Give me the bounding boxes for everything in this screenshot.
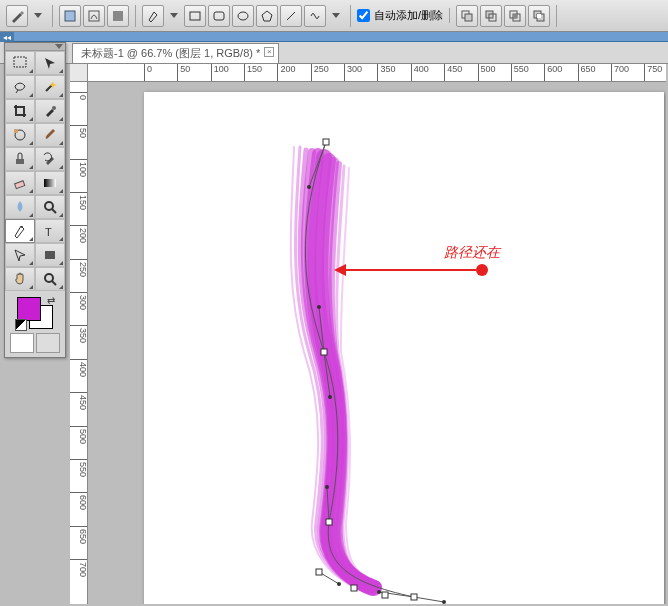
path-exclude-btn[interactable] bbox=[528, 5, 550, 27]
line-btn[interactable] bbox=[280, 5, 302, 27]
path-overlay[interactable] bbox=[144, 92, 664, 604]
path-intersect-btn[interactable] bbox=[504, 5, 526, 27]
ruler-tick: 650 bbox=[70, 526, 88, 544]
ruler-tick: 150 bbox=[70, 192, 88, 210]
ruler-tick: 550 bbox=[70, 459, 88, 477]
paths-btn[interactable] bbox=[83, 5, 105, 27]
polygon-btn[interactable] bbox=[256, 5, 278, 27]
swap-colors-icon[interactable]: ⇄ bbox=[47, 295, 55, 306]
annotation-arrow-icon bbox=[334, 264, 346, 276]
annotation-text: 路径还在 bbox=[444, 244, 500, 262]
svg-point-20 bbox=[52, 106, 56, 110]
foreground-color-swatch[interactable] bbox=[17, 297, 41, 321]
annotation-dot-icon bbox=[476, 264, 488, 276]
svg-point-5 bbox=[238, 12, 248, 20]
svg-rect-46 bbox=[411, 594, 417, 600]
pen-dropdown[interactable] bbox=[166, 13, 182, 18]
ruler-tick: 250 bbox=[70, 259, 88, 277]
path-subtract-btn[interactable] bbox=[480, 5, 502, 27]
workspace: 0501001502002503003504004505005506006507… bbox=[70, 64, 666, 604]
document-tab-title: 未标题-1 @ 66.7% (图层 1, RGB/8) * bbox=[81, 47, 260, 59]
ruler-tick: 450 bbox=[70, 392, 88, 410]
tool-preset-picker[interactable] bbox=[6, 5, 28, 27]
ruler-tick: 50 bbox=[70, 125, 88, 138]
ruler-tick: 500 bbox=[70, 426, 88, 444]
svg-rect-23 bbox=[16, 159, 24, 164]
svg-point-28 bbox=[21, 226, 23, 228]
tool-blur[interactable] bbox=[5, 195, 35, 219]
auto-add-delete-checkbox[interactable] bbox=[357, 9, 370, 22]
watermark: 系统之家 bbox=[588, 580, 660, 600]
svg-line-36 bbox=[327, 487, 329, 522]
canvas[interactable]: 路径还在 bbox=[144, 92, 664, 604]
tool-zoom[interactable] bbox=[35, 267, 65, 291]
quickmask-mode-btn[interactable] bbox=[36, 333, 60, 353]
tool-history-brush[interactable] bbox=[35, 147, 65, 171]
tool-pen[interactable] bbox=[5, 219, 35, 243]
tool-crop[interactable] bbox=[5, 99, 35, 123]
standard-mode-btn[interactable] bbox=[10, 333, 34, 353]
tool-magic-wand[interactable] bbox=[35, 75, 65, 99]
tool-hand[interactable] bbox=[5, 267, 35, 291]
close-tab-icon[interactable]: × bbox=[264, 47, 274, 57]
ellipse-btn[interactable] bbox=[232, 5, 254, 27]
svg-rect-44 bbox=[351, 585, 357, 591]
tool-clone-stamp[interactable] bbox=[5, 147, 35, 171]
svg-point-53 bbox=[337, 582, 341, 586]
annotation bbox=[334, 264, 488, 276]
svg-rect-22 bbox=[14, 129, 18, 133]
tool-rect-marquee[interactable] bbox=[5, 51, 35, 75]
document-tab[interactable]: 未标题-1 @ 66.7% (图层 1, RGB/8) * × bbox=[72, 43, 279, 63]
ruler-tick: 300 bbox=[344, 64, 362, 82]
pen-tool-btn[interactable] bbox=[142, 5, 164, 27]
tool-panel: T ⇄ bbox=[4, 42, 66, 358]
tool-move[interactable] bbox=[35, 51, 65, 75]
color-swatches: ⇄ bbox=[15, 295, 55, 331]
tool-shape[interactable] bbox=[35, 243, 65, 267]
tool-gradient[interactable] bbox=[35, 171, 65, 195]
panel-expand-strip[interactable]: ◂◂ bbox=[0, 32, 668, 42]
tool-dodge[interactable] bbox=[35, 195, 65, 219]
rect-shape-btn[interactable] bbox=[184, 5, 206, 27]
tool-lasso[interactable] bbox=[5, 75, 35, 99]
svg-line-7 bbox=[287, 12, 295, 20]
custom-shape-btn[interactable] bbox=[304, 5, 326, 27]
ruler-tick: 50 bbox=[177, 64, 190, 82]
ruler-tick: 400 bbox=[411, 64, 429, 82]
svg-rect-2 bbox=[113, 11, 123, 21]
svg-rect-4 bbox=[214, 12, 224, 20]
tool-spot-heal[interactable] bbox=[5, 123, 35, 147]
tool-eyedropper[interactable] bbox=[35, 99, 65, 123]
tool-type[interactable]: T bbox=[35, 219, 65, 243]
tool-eraser[interactable] bbox=[5, 171, 35, 195]
tool-path-select[interactable] bbox=[5, 243, 35, 267]
ruler-tick: 350 bbox=[70, 325, 88, 343]
horizontal-ruler[interactable]: 0501001502002503003504004505005506006507… bbox=[88, 64, 666, 82]
path-add-btn[interactable] bbox=[456, 5, 478, 27]
ruler-tick: 200 bbox=[70, 225, 88, 243]
svg-point-47 bbox=[307, 185, 311, 189]
svg-text:T: T bbox=[45, 226, 52, 238]
shape-options-dropdown[interactable] bbox=[328, 13, 344, 18]
svg-point-51 bbox=[377, 590, 381, 594]
svg-line-38 bbox=[414, 597, 444, 602]
svg-rect-0 bbox=[65, 11, 75, 21]
shape-layers-btn[interactable] bbox=[59, 5, 81, 27]
ruler-origin[interactable] bbox=[70, 64, 88, 82]
ruler-tick: 300 bbox=[70, 292, 88, 310]
ruler-tick: 0 bbox=[144, 64, 152, 82]
svg-rect-24 bbox=[15, 181, 25, 189]
rounded-rect-btn[interactable] bbox=[208, 5, 230, 27]
ruler-tick: 150 bbox=[244, 64, 262, 82]
ruler-tick: 0 bbox=[70, 92, 88, 100]
document-tab-bar: 未标题-1 @ 66.7% (图层 1, RGB/8) * × bbox=[0, 42, 668, 64]
default-colors-icon[interactable] bbox=[15, 319, 27, 331]
vertical-ruler[interactable]: 0501001502002503003504004505005506006507… bbox=[70, 82, 88, 604]
annotation-line bbox=[346, 269, 476, 271]
tool-panel-grip[interactable] bbox=[5, 43, 65, 51]
tool-brush[interactable] bbox=[35, 123, 65, 147]
svg-rect-9 bbox=[465, 14, 472, 21]
svg-rect-3 bbox=[190, 12, 200, 20]
tool-preset-dropdown[interactable] bbox=[30, 13, 46, 18]
fill-pixels-btn[interactable] bbox=[107, 5, 129, 27]
